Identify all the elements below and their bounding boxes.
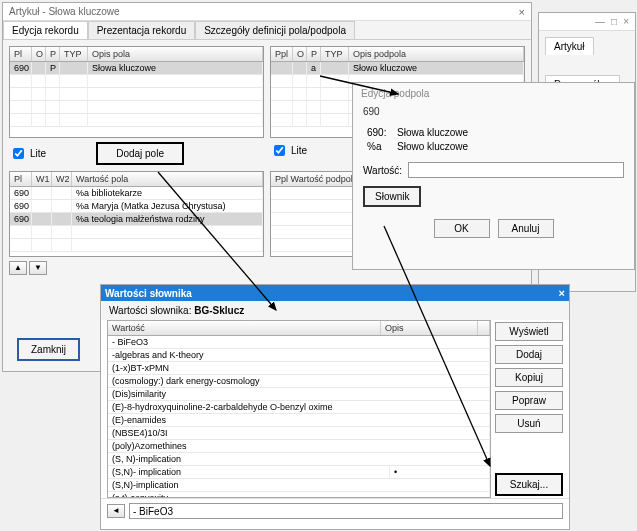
tab-edycja[interactable]: Edycja rekordu (3, 21, 88, 39)
grid-row[interactable] (10, 239, 263, 252)
close-icon[interactable]: × (559, 287, 565, 299)
main-titlebar: Artykuł - Słowa kluczowe × (3, 3, 531, 21)
dictionary-window: Wartości słownika × Wartości słownika: B… (100, 284, 570, 530)
list-item[interactable]: - BiFeO3 (108, 336, 490, 349)
list-item[interactable]: (S, N)-implication (108, 453, 490, 466)
list-item[interactable]: -algebras and K-theory (108, 349, 490, 362)
value-label: Wartość: (363, 165, 402, 176)
list-item[interactable]: (E)-enamides (108, 414, 490, 427)
close-icon[interactable]: × (623, 16, 629, 27)
tab-prezentacja[interactable]: Prezentacja rekordu (88, 21, 196, 39)
col-o: O (32, 47, 46, 61)
col-opis: Opis (381, 321, 478, 335)
fix-button[interactable]: Popraw (495, 391, 563, 410)
move-up-button[interactable]: ▲ (9, 261, 27, 275)
copy-button[interactable]: Kopiuj (495, 368, 563, 387)
list-item[interactable]: (1-x)BT-xPMN (108, 362, 490, 375)
list-item[interactable]: (cosmology:) dark energy-cosmology (108, 375, 490, 388)
grid-row[interactable] (10, 75, 263, 88)
grid-row[interactable] (10, 88, 263, 101)
ok-button[interactable]: OK (434, 219, 490, 238)
dict-subtitle-b: BG-Sklucz (194, 305, 244, 316)
grid-row[interactable]: a Słowo kluczowe (271, 62, 524, 75)
add-field-button[interactable]: Dodaj pole (96, 142, 184, 165)
line1-text: Słowa kluczowe (397, 127, 468, 138)
list-item[interactable]: (S,N)-implication (108, 479, 490, 492)
grid-row[interactable] (10, 226, 263, 239)
bg-titlebar: — □ × (539, 13, 635, 31)
add-button[interactable]: Dodaj (495, 345, 563, 364)
list-item[interactable]: (Dis)similarity (108, 388, 490, 401)
grid-wartosc-pola[interactable]: Pl W1 W2 Wartość pola 690%a bibliotekarz… (9, 171, 264, 257)
grid-pola[interactable]: Pl O P TYP Opis pola 690 P Słowa kluczow… (9, 46, 264, 138)
col-ppl: Ppl (271, 47, 293, 61)
col-opis: Opis pola (88, 47, 263, 61)
col-p: P (307, 47, 321, 61)
move-down-button[interactable]: ▼ (29, 261, 47, 275)
col-pl: Pl (10, 172, 32, 186)
grid-row[interactable]: 690%a teologia małżeństwa rodziny (10, 213, 263, 226)
col-w1: W1 (32, 172, 52, 186)
tab-artykul[interactable]: Artykuł (545, 37, 594, 55)
edit-subfield-dialog: Edycja podpola 690 690:Słowa kluczowe %a… (352, 82, 635, 270)
dict-subtitle-a: Wartości słownika: (109, 305, 194, 316)
tab-strip: Edycja rekordu Prezentacja rekordu Szcze… (3, 21, 531, 40)
tab-szczegoly[interactable]: Szczegóły definicji pola/podpola (195, 21, 355, 39)
col-typ: TYP (60, 47, 88, 61)
col-opis-podpola: Opis podpola (349, 47, 524, 61)
lite-checkbox-2[interactable]: Lite (270, 142, 307, 159)
grid-row[interactable]: 690%a Maryja (Matka Jezusa Chrystusa) (10, 200, 263, 213)
col-o: O (293, 47, 307, 61)
grid-row[interactable]: 690 P Słowa kluczowe (10, 62, 263, 75)
dialog-title: Edycja podpola (353, 83, 634, 104)
prev-button[interactable]: ◄ (107, 504, 125, 518)
list-item[interactable]: (poly)Azomethines (108, 440, 490, 453)
list-item[interactable]: (s,t)-convexity (108, 492, 490, 497)
line1-code: 690: (367, 127, 397, 138)
dict-titlebar: Wartości słownika × (101, 285, 569, 301)
dictionary-button[interactable]: Słownik (363, 186, 421, 207)
close-main-button[interactable]: Zamknij (17, 338, 80, 361)
delete-button[interactable]: Usuń (495, 414, 563, 433)
line2-text: Słowo kluczowe (397, 141, 468, 152)
minimize-icon[interactable]: — (595, 16, 605, 27)
main-title: Artykuł - Słowa kluczowe (9, 6, 120, 17)
show-button[interactable]: Wyświetl (495, 322, 563, 341)
bottom-value-input[interactable]: - BiFeO3 (129, 503, 563, 519)
cancel-button[interactable]: Anuluj (498, 219, 554, 238)
maximize-icon[interactable]: □ (611, 16, 617, 27)
grid-row[interactable]: 690%a bibliotekarze (10, 187, 263, 200)
value-input[interactable] (408, 162, 624, 178)
grid-row[interactable] (10, 114, 263, 127)
line2-code: %a (367, 141, 397, 152)
search-button[interactable]: Szukaj... (495, 473, 563, 496)
lite-checkbox[interactable]: Lite (9, 145, 46, 162)
dict-list[interactable]: - BiFeO3 -algebras and K-theory (1-x)BT-… (108, 336, 490, 497)
dict-title: Wartości słownika (105, 288, 192, 299)
col-w2: W2 (52, 172, 72, 186)
col-wartosc: Wartość (108, 321, 381, 335)
col-p: P (46, 47, 60, 61)
close-icon[interactable]: × (519, 6, 525, 18)
col-wartosc: Wartość pola (72, 172, 263, 186)
col-pl: Pl (10, 47, 32, 61)
list-item[interactable]: (S,N)- implication• (108, 466, 490, 479)
list-item[interactable]: (E)-8-hydroxyquinoline-2-carbaldehyde O-… (108, 401, 490, 414)
list-item[interactable]: (NBSE4)10/3I (108, 427, 490, 440)
code-label: 690 (353, 104, 634, 119)
col-typ: TYP (321, 47, 349, 61)
grid-row[interactable] (10, 101, 263, 114)
